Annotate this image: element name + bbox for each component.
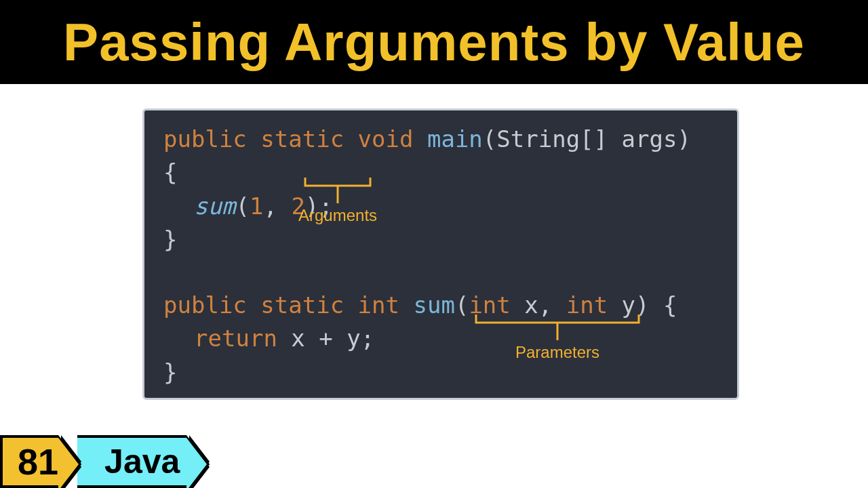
language-tab: Java <box>77 435 186 488</box>
code-text: } <box>163 226 177 253</box>
annotation-arguments: Arguments <box>298 176 377 225</box>
title-text: Passing Arguments by Value <box>63 12 805 73</box>
footer-tabs: 81 Java <box>0 430 186 488</box>
method-call: sum <box>194 192 235 220</box>
code-card: public static void main(String[] args) {… <box>142 108 739 400</box>
method-name: sum <box>413 291 454 319</box>
annotation-label: Parameters <box>515 343 599 362</box>
bracket-icon <box>304 176 372 205</box>
code-line-3: } <box>163 223 718 256</box>
keyword: return <box>194 325 291 352</box>
blank-line <box>163 256 718 289</box>
code-text: } <box>163 359 177 386</box>
keyword: public static int <box>163 291 413 319</box>
annotation-parameters: Parameters <box>475 313 640 362</box>
method-name: main <box>427 125 483 152</box>
code-text: ) { <box>635 291 677 319</box>
keyword: public static void <box>163 125 427 152</box>
title-header: Passing Arguments by Value <box>0 0 868 84</box>
lesson-number: 81 <box>18 441 58 483</box>
code-text: , <box>263 192 291 220</box>
language-name: Java <box>104 442 180 481</box>
bracket-icon <box>475 313 640 342</box>
code-line-1: public static void main(String[] args) { <box>163 123 718 190</box>
code-text: x + y; <box>291 325 374 352</box>
code-line-2: sum(1, 2); <box>163 190 718 223</box>
code-text: ( <box>235 192 249 220</box>
annotation-label: Arguments <box>298 206 377 225</box>
code-text: ( <box>455 291 469 319</box>
lesson-number-tab: 81 <box>0 435 58 488</box>
number-literal: 1 <box>250 192 263 220</box>
